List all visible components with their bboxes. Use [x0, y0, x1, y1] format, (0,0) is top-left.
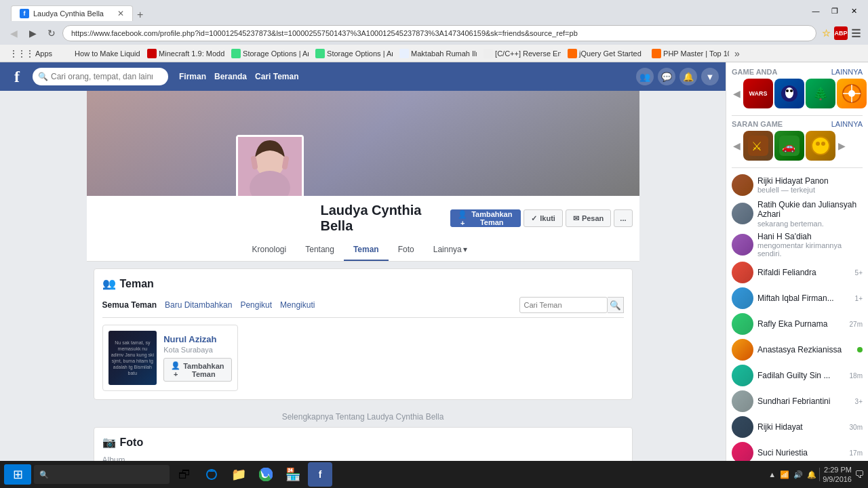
lainnya-game-link[interactable]: LAINNYA	[831, 68, 863, 76]
lainnya-saran-link[interactable]: LAINNYA	[831, 120, 863, 128]
close-button[interactable]: ✕	[845, 4, 863, 18]
friends-tab-baru[interactable]: Baru Ditambahkan	[165, 300, 232, 310]
facebook-navbar: f 🔍 Firman Beranda Cari Teman 👥 💬 🔔 ▼	[0, 62, 726, 91]
extension-icons: ☆ ABP ☰	[819, 26, 863, 40]
start-button[interactable]: ⊞	[4, 464, 31, 485]
friend-item-info: Fadilah Guilty Sin ...	[757, 371, 846, 380]
game-wars-icon[interactable]: WARS	[743, 79, 773, 108]
saran-game-2-icon[interactable]: 🚗	[774, 131, 804, 161]
game-tree-icon[interactable]: 🌲	[806, 79, 835, 108]
notifications-icon-button[interactable]: 🔔	[679, 68, 697, 85]
list-item: Rafly Eka Purnama 27m	[732, 311, 863, 337]
active-tab[interactable]: f Laudya Cynthia Bella ✕	[11, 5, 133, 21]
tab-foto[interactable]: Foto	[389, 239, 424, 261]
taskbar-search-icon: 🔍	[39, 470, 49, 479]
taskbar-search[interactable]: 🔍	[34, 465, 170, 484]
bookmark-star-icon[interactable]: ☆	[819, 26, 833, 40]
bookmark-3[interactable]: Storage Options | An...	[227, 48, 309, 59]
address-input[interactable]	[62, 25, 816, 41]
game-wheel-icon[interactable]	[837, 79, 867, 108]
restore-button[interactable]: ❐	[826, 4, 844, 18]
bookmark-1[interactable]: How to Make Liquid S...	[59, 48, 140, 59]
network-icon[interactable]: 📶	[780, 470, 789, 479]
new-tab-button[interactable]: +	[133, 9, 147, 21]
friends-tab-pengikut[interactable]: Pengikut	[240, 300, 272, 310]
nav-cari-teman[interactable]: Cari Teman	[255, 72, 298, 81]
search-input[interactable]	[51, 72, 153, 81]
friend-item-name: Rijki Hidayat Panon	[757, 176, 863, 186]
online-indicator	[857, 347, 863, 352]
friend-card-nurul: Nu sak tamat, sy memasukk nu adimv Janu …	[102, 325, 238, 391]
back-button[interactable]: ◀	[5, 25, 22, 41]
more-info-link[interactable]: Selengkapnya Tentang Laudya Cynthia Bell…	[94, 407, 633, 427]
search-bar[interactable]: 🔍	[33, 68, 168, 85]
photos-section-title: 📷 Foto	[102, 436, 624, 449]
friend-add-button[interactable]: 👤+ Tambahkan Teman	[163, 358, 231, 382]
bookmarks-more-button[interactable]: »	[734, 48, 740, 59]
friends-search-input[interactable]	[519, 297, 608, 313]
friend-item-info: Rijki Hidayat	[757, 422, 846, 432]
taskbar-edge-icon[interactable]	[199, 462, 224, 487]
refresh-button[interactable]: ↻	[43, 25, 60, 41]
tab-tentang[interactable]: Tentang	[296, 239, 344, 261]
forward-button[interactable]: ▶	[24, 25, 41, 41]
menu-icon[interactable]: ☰	[849, 26, 863, 40]
friends-search: 🔍	[519, 297, 624, 313]
saran-game-1-icon[interactable]: ⚔	[743, 131, 773, 161]
tab-lainnya[interactable]: Lainnya ▾	[424, 239, 477, 261]
notification-icon[interactable]: 🔔	[807, 470, 816, 479]
tab-kronologi[interactable]: Kronologi	[243, 239, 296, 261]
taskbar-file-explorer-icon[interactable]: 📁	[226, 462, 251, 487]
window-controls: — ❐ ✕	[807, 4, 863, 18]
taskbar-clock[interactable]: 2:29 PM 9/9/2016	[823, 465, 852, 485]
saran-carousel-left[interactable]: ◀	[732, 140, 742, 151]
apps-bookmark[interactable]: ⋮⋮⋮ Apps	[5, 47, 56, 60]
volume-icon[interactable]: 🔊	[793, 470, 803, 479]
saran-game-3-icon[interactable]	[806, 131, 835, 161]
friend-add-icon: 👤+	[171, 361, 180, 378]
taskbar-fb-pinned-icon[interactable]: f	[308, 462, 332, 487]
bookmark-2[interactable]: Minecraft 1.9: Moddin...	[143, 48, 224, 59]
friends-tab-semua[interactable]: Semua Teman	[102, 300, 157, 310]
friends-icon-button[interactable]: 👥	[636, 68, 654, 85]
expand-tray-icon[interactable]: ▲	[768, 470, 776, 479]
saran-carousel-right[interactable]: ▶	[837, 140, 847, 151]
friends-section-title: 👥 Teman	[102, 277, 624, 290]
taskbar-task-view[interactable]: 🗗	[172, 462, 197, 487]
add-friend-button[interactable]: 👤+ Tambahkan Teman	[450, 209, 521, 227]
nav-firman[interactable]: Firman	[179, 72, 206, 81]
friends-search-button[interactable]: 🔍	[608, 297, 624, 313]
carousel-left-arrow[interactable]: ◀	[732, 88, 742, 99]
game-anda-carousel: ◀ WARS 🌲 ▶	[732, 79, 863, 108]
bookmark-4[interactable]: Storage Options | An...	[311, 48, 393, 59]
taskbar-chrome-icon[interactable]	[254, 462, 278, 487]
taskbar-store-icon[interactable]: 🏪	[281, 462, 305, 487]
bookmark-5[interactable]: Maktabah Rumah Ilm...	[395, 48, 477, 59]
account-menu-button[interactable]: ▼	[701, 68, 719, 85]
friend-item-time: 17m	[850, 449, 863, 457]
tab-teman[interactable]: Teman	[344, 239, 389, 261]
svg-point-21	[816, 142, 820, 146]
more-options-button[interactable]: ...	[614, 209, 632, 227]
nav-beranda[interactable]: Beranda	[214, 72, 247, 81]
friend-item-info: Ratih Qukie dan Juliansyah Azhari sekara…	[757, 200, 863, 228]
tab-close-button[interactable]: ✕	[117, 9, 124, 18]
bookmark-7[interactable]: jQuery Get Started	[564, 48, 645, 59]
list-item: Hani H Sa'diah mengomentar kirimannya se…	[732, 230, 863, 260]
action-center-icon[interactable]: 🗨	[854, 469, 864, 480]
friends-tab-mengikuti[interactable]: Mengikuti	[280, 300, 315, 310]
minimize-button[interactable]: —	[807, 4, 825, 18]
message-button[interactable]: ✉ Pesan	[566, 209, 611, 227]
messages-icon-button[interactable]: 💬	[658, 68, 675, 85]
friend-avatar	[732, 203, 753, 224]
taskbar-separator	[819, 468, 820, 481]
friend-item-status: sekarang berteman.	[757, 220, 863, 228]
friend-name[interactable]: Nurul Azizah	[163, 334, 231, 344]
game-penguin-icon[interactable]	[774, 79, 804, 108]
adblock-icon[interactable]: ABP	[834, 26, 848, 40]
bookmark-6[interactable]: [C/C++] Reverse Eng...	[479, 48, 561, 59]
bookmark-8[interactable]: PHP Master | Top 10...	[648, 48, 729, 59]
follow-button[interactable]: ✓ Ikuti	[524, 209, 563, 227]
friend-item-info: Miftah Iqbal Firman...	[757, 293, 851, 303]
game-anda-title: GAME ANDA	[732, 68, 777, 76]
